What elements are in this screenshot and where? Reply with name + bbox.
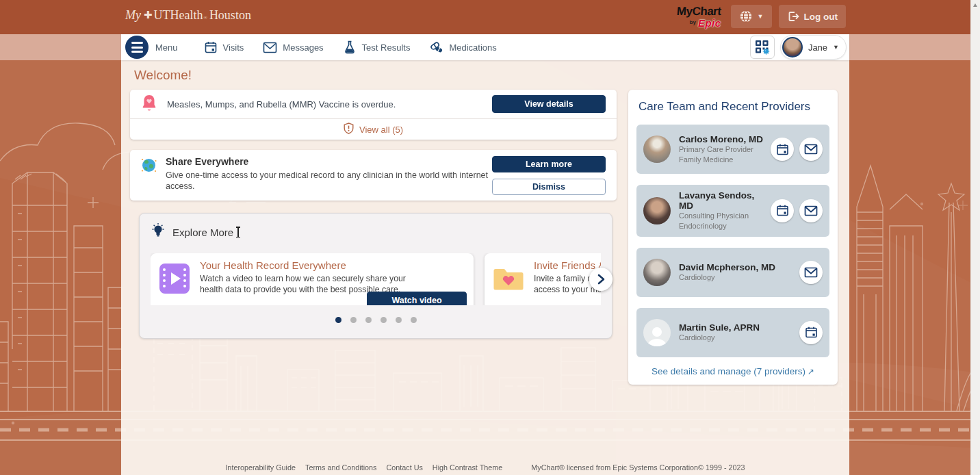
learn-more-button[interactable]: Learn more <box>492 156 606 172</box>
provider-specialty: Cardiology <box>679 272 795 283</box>
footer-link-terms[interactable]: Terms and Conditions <box>305 463 376 472</box>
share-everywhere-title: Share Everywhere <box>166 156 492 167</box>
carousel-next-button[interactable] <box>589 268 612 291</box>
calendar-icon <box>805 326 818 339</box>
carousel-dot-6[interactable] <box>411 317 417 323</box>
share-everywhere-description: Give one-time access to your medical rec… <box>166 170 492 192</box>
provider-name: Lavanya Sendos, MD <box>679 190 766 211</box>
user-menu-button[interactable]: Jane ▼ <box>780 35 847 60</box>
top-navbar: Menu Visits Messages Test Results Medica… <box>121 34 849 60</box>
vertical-scrollbar[interactable] <box>970 0 980 475</box>
schedule-appointment-button[interactable] <box>799 321 823 344</box>
uthealth-cross-icon: ✚ <box>144 9 153 21</box>
explore-more-title: Explore More <box>172 227 233 238</box>
provider-specialty: Cardiology <box>679 333 795 343</box>
globe-earth-icon <box>141 157 157 195</box>
calendar-icon <box>776 143 789 156</box>
chevron-right-icon <box>595 274 606 285</box>
chevron-down-icon: ▼ <box>833 44 839 51</box>
envelope-icon <box>804 267 818 278</box>
footer: Interoperability Guide Terms and Conditi… <box>121 463 849 472</box>
provider-role: Primary Care Provider <box>679 144 766 155</box>
manage-providers-link[interactable]: See details and manage (7 providers)↗ <box>636 366 829 376</box>
explore-carousel: Your Health Record Everywhere Watch a vi… <box>151 253 601 305</box>
logout-button[interactable]: Log out <box>779 5 846 28</box>
carousel-dot-4[interactable] <box>381 317 387 323</box>
care-team-panel: Care Team and Recent Providers Carlos Mo… <box>628 90 838 385</box>
explore-card-title: Your Health Record Everywhere <box>200 259 409 271</box>
send-message-button[interactable] <box>799 261 823 284</box>
logout-icon <box>787 10 799 23</box>
explore-card-title: Invite Friends & Family <box>534 259 601 271</box>
reminder-message: Measles, Mumps, and Rubella (MMR) Vaccin… <box>167 99 492 110</box>
provider-specialty: Family Medicine <box>679 155 766 165</box>
health-qr-code-button[interactable] <box>750 36 775 59</box>
user-avatar <box>782 37 803 57</box>
page-title: Welcome! <box>134 68 192 83</box>
care-team-title: Care Team and Recent Providers <box>639 100 829 114</box>
provider-avatar <box>643 136 671 163</box>
provider-name: Martin Sule, APRN <box>679 322 795 333</box>
user-name: Jane <box>808 42 827 53</box>
uthealth-logo: My✚UTHealth®Houston <box>125 8 251 23</box>
provider-avatar-placeholder <box>643 319 671 346</box>
header-bar: My✚UTHealth®Houston MyChart byEpic ▼ Log… <box>0 0 980 34</box>
lightbulb-icon <box>151 222 166 242</box>
schedule-appointment-button[interactable] <box>771 199 794 222</box>
carousel-dot-5[interactable] <box>396 317 402 323</box>
view-all-link[interactable]: View all (5) <box>130 118 617 140</box>
share-everywhere-card: Share Everywhere Give one-time access to… <box>130 150 617 201</box>
text-cursor <box>237 227 239 237</box>
license-text: MyChart® licensed from Epic Systems Corp… <box>531 463 745 472</box>
provider-row: David Mcpherson, MD Cardiology <box>636 248 829 297</box>
flask-icon <box>343 40 357 54</box>
send-message-button[interactable] <box>799 138 823 161</box>
schedule-appointment-button[interactable] <box>771 138 794 161</box>
provider-specialty: Endocrinology <box>679 221 766 231</box>
explore-card-health-record: Your Health Record Everywhere Watch a vi… <box>151 253 474 305</box>
folder-heart-icon <box>493 263 524 305</box>
shield-alert-icon <box>344 123 354 137</box>
nav-item-messages[interactable]: Messages <box>263 42 323 53</box>
nav-item-visits[interactable]: Visits <box>204 40 244 54</box>
language-button[interactable]: ▼ <box>731 5 772 28</box>
nav-item-test-results[interactable]: Test Results <box>343 40 411 54</box>
envelope-icon <box>263 42 277 53</box>
chevron-down-icon: ▼ <box>758 13 764 20</box>
external-link-icon: ↗ <box>808 367 814 376</box>
content-column: Welcome! Measles, Mumps, and Rubella (MM… <box>121 60 849 475</box>
pills-icon <box>429 40 443 54</box>
send-message-button[interactable] <box>799 199 823 222</box>
explore-card-invite-family: Invite Friends & Family Invite a family … <box>485 253 601 305</box>
health-reminder-card: Measles, Mumps, and Rubella (MMR) Vaccin… <box>130 90 617 140</box>
video-icon <box>159 263 190 305</box>
provider-name: Carlos Moreno, MD <box>679 134 766 144</box>
view-details-button[interactable]: View details <box>492 95 606 113</box>
footer-link-contact[interactable]: Contact Us <box>386 463 422 472</box>
calendar-icon <box>204 40 218 54</box>
envelope-icon <box>804 144 818 155</box>
footer-link-interoperability[interactable]: Interoperability Guide <box>225 463 296 472</box>
nav-item-medications[interactable]: Medications <box>429 40 496 54</box>
globe-icon <box>739 10 753 23</box>
mychart-epic-logo: MyChart byEpic <box>677 5 721 28</box>
provider-row: Carlos Moreno, MD Primary Care Provider … <box>636 125 829 174</box>
bell-alert-icon <box>141 94 157 114</box>
mychart-home-page: Welcome! Measles, Mumps, and Rubella (MM… <box>0 0 980 475</box>
provider-avatar <box>643 197 671 224</box>
calendar-icon <box>776 204 789 217</box>
footer-link-high-contrast[interactable]: High Contrast Theme <box>433 463 502 472</box>
carousel-dot-2[interactable] <box>350 317 357 323</box>
qr-code-icon <box>754 39 771 55</box>
carousel-dot-3[interactable] <box>365 317 372 323</box>
envelope-icon <box>804 205 818 216</box>
provider-row: Lavanya Sendos, MD Consulting Physician … <box>636 185 829 237</box>
dismiss-button[interactable]: Dismiss <box>492 179 606 195</box>
carousel-dot-1[interactable] <box>335 317 341 323</box>
scrollbar-up-arrow[interactable] <box>973 3 977 7</box>
watch-video-button[interactable]: Watch video <box>367 292 467 305</box>
carousel-pagination <box>140 317 612 323</box>
menu-button[interactable]: Menu <box>125 36 178 59</box>
provider-avatar <box>643 259 671 286</box>
provider-row: Martin Sule, APRN Cardiology <box>636 308 829 357</box>
